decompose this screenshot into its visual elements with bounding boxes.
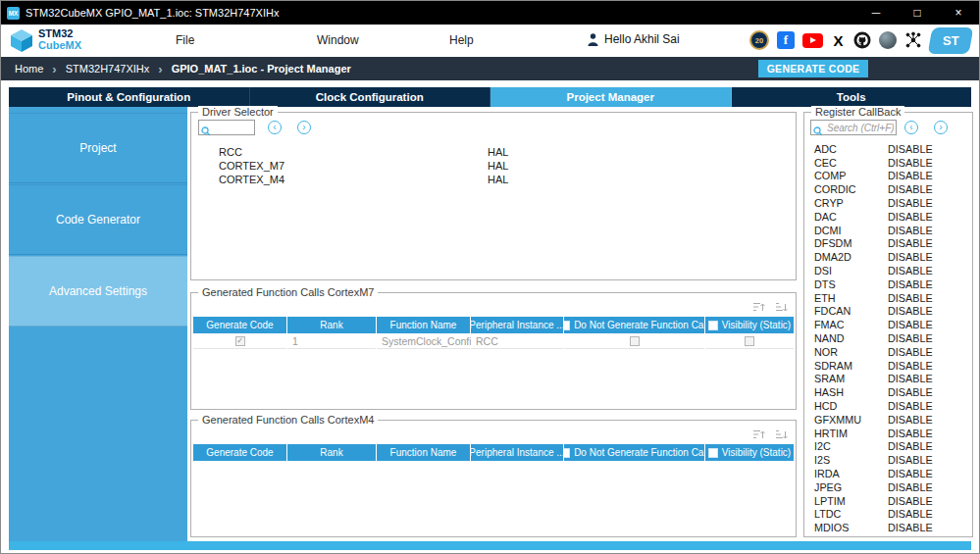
sidebar-item-advanced-settings[interactable]: Advanced Settings bbox=[9, 256, 187, 327]
tab-project-manager[interactable]: Project Manager bbox=[490, 87, 732, 107]
nav-next-icon[interactable]: › bbox=[934, 121, 948, 134]
sort-descending-icon[interactable] bbox=[775, 427, 788, 444]
menu-help[interactable]: Help bbox=[449, 33, 474, 47]
register-callback-row[interactable]: SDRAM DISABLE bbox=[805, 359, 971, 373]
col-visibility-static: Visibility (Static) bbox=[705, 444, 794, 461]
x-twitter-icon[interactable]: X bbox=[831, 32, 846, 49]
function-calls-m7-legend: Generated Function Calls CortexM7 bbox=[198, 286, 378, 298]
breadcrumb-mcu[interactable]: STM32H747XIHx bbox=[66, 63, 150, 75]
col-generate-code: Generate Code bbox=[193, 444, 286, 461]
menu-file[interactable]: File bbox=[176, 33, 194, 47]
peripheral-name: HRTIM bbox=[805, 428, 888, 439]
peripheral-name: HCD bbox=[805, 400, 888, 412]
sidebar-item-code-generator[interactable]: Code Generator bbox=[9, 184, 187, 255]
sort-ascending-icon[interactable] bbox=[752, 299, 765, 317]
register-callback-row[interactable]: LPTIM DISABLE bbox=[805, 494, 971, 508]
nav-previous-icon[interactable]: ‹ bbox=[268, 121, 282, 134]
callback-state: DISABLE bbox=[888, 386, 947, 398]
register-callback-row[interactable]: MDIOS DISABLE bbox=[805, 521, 971, 534]
driver-row[interactable]: CORTEX_M4 HAL bbox=[193, 173, 794, 186]
nav-next-icon[interactable]: › bbox=[297, 121, 311, 134]
sidebar: Project Code Generator Advanced Settings bbox=[9, 107, 187, 541]
anniversary-badge-icon[interactable]: 20 bbox=[749, 30, 769, 50]
peripheral-name: DMA2D bbox=[805, 251, 888, 263]
header-checkbox[interactable] bbox=[708, 321, 718, 330]
register-callback-row[interactable]: LTDC DISABLE bbox=[805, 508, 971, 522]
community-sphere-icon[interactable] bbox=[879, 31, 897, 49]
tab-tools[interactable]: Tools bbox=[732, 87, 972, 107]
youtube-icon[interactable] bbox=[802, 33, 823, 48]
register-callback-row[interactable]: DSI DISABLE bbox=[805, 264, 971, 277]
register-callback-row[interactable]: FDCAN DISABLE bbox=[805, 305, 971, 319]
register-callback-row[interactable]: CEC DISABLE bbox=[805, 156, 971, 170]
header-checkbox[interactable] bbox=[564, 448, 570, 458]
register-callback-row[interactable]: COMP DISABLE bbox=[805, 170, 971, 183]
header-checkbox[interactable] bbox=[564, 321, 570, 330]
facebook-icon[interactable]: f bbox=[777, 31, 795, 49]
tab-clock-configuration[interactable]: Clock Configuration bbox=[250, 87, 491, 107]
tab-pinout-configuration[interactable]: Pinout & Configuration bbox=[9, 87, 250, 107]
sort-descending-icon[interactable] bbox=[775, 299, 788, 317]
register-callback-row[interactable]: CRYP DISABLE bbox=[805, 196, 971, 210]
peripheral-name: ETH bbox=[805, 292, 888, 304]
register-callback-list: ADC DISABLE CEC DISABLE COMP DISABLE COR… bbox=[805, 142, 971, 534]
callback-state: DISABLE bbox=[888, 481, 947, 493]
register-callback-legend: Register CallBack bbox=[811, 106, 904, 118]
register-callback-row[interactable]: FMAC DISABLE bbox=[805, 318, 971, 331]
peripheral-name: FMAC bbox=[805, 319, 888, 330]
peripheral-name: ADC bbox=[805, 143, 888, 155]
st-logo[interactable]: ST bbox=[928, 27, 974, 54]
register-callback-row[interactable]: HRTIM DISABLE bbox=[805, 427, 971, 440]
callback-state: DISABLE bbox=[888, 251, 947, 263]
peripheral-name: CEC bbox=[805, 157, 888, 169]
driver-row[interactable]: CORTEX_M7 HAL bbox=[193, 159, 794, 173]
function-calls-m7-table: Generate Code Rank Function Name Periphe… bbox=[193, 317, 794, 349]
register-callback-search-input[interactable] bbox=[810, 120, 897, 135]
driver-row[interactable]: RCC HAL bbox=[193, 145, 794, 159]
register-callback-row[interactable]: I2C DISABLE bbox=[805, 440, 971, 454]
minimize-button[interactable]: ─ bbox=[855, 1, 897, 25]
register-callback-row[interactable]: JPEG DISABLE bbox=[805, 480, 971, 494]
breadcrumb-home[interactable]: Home bbox=[15, 63, 43, 75]
function-calls-m4-table: Generate Code Rank Function Name Periphe… bbox=[193, 444, 794, 461]
driver-type: HAL bbox=[488, 146, 794, 158]
register-callback-row[interactable]: HASH DISABLE bbox=[805, 385, 971, 399]
register-callback-row[interactable]: SRAM DISABLE bbox=[805, 373, 971, 386]
menu-window[interactable]: Window bbox=[317, 33, 359, 47]
register-callback-row[interactable]: NAND DISABLE bbox=[805, 331, 971, 345]
nav-previous-icon[interactable]: ‹ bbox=[904, 121, 918, 134]
register-callback-row[interactable]: DMA2D DISABLE bbox=[805, 250, 971, 264]
register-callback-row[interactable]: DAC DISABLE bbox=[805, 210, 971, 224]
sidebar-item-project[interactable]: Project bbox=[9, 113, 187, 183]
function-call-row[interactable]: ✓ 1 SystemClock_Config RCC bbox=[193, 333, 794, 349]
register-callback-row[interactable]: CORDIC DISABLE bbox=[805, 182, 971, 196]
social-links: 20 f X bbox=[749, 30, 922, 50]
network-hub-icon[interactable] bbox=[904, 31, 922, 49]
header-checkbox[interactable] bbox=[708, 448, 718, 458]
register-callback-row[interactable]: ADC DISABLE bbox=[805, 142, 971, 156]
do-not-generate-checkbox[interactable] bbox=[630, 336, 640, 346]
register-callback-row[interactable]: DFSDM DISABLE bbox=[805, 237, 971, 251]
register-callback-row[interactable]: DTS DISABLE bbox=[805, 277, 971, 291]
driver-selector-search-input[interactable] bbox=[198, 120, 255, 135]
register-callback-row[interactable]: I2S DISABLE bbox=[805, 453, 971, 467]
peripheral-name: LTDC bbox=[805, 508, 888, 520]
register-callback-row[interactable]: ETH DISABLE bbox=[805, 291, 971, 305]
generate-code-checkbox[interactable]: ✓ bbox=[235, 336, 245, 346]
register-callback-row[interactable]: DCMI DISABLE bbox=[805, 224, 971, 237]
user-greeting[interactable]: Hello Akhil Sai bbox=[588, 32, 680, 46]
peripheral-name: HASH bbox=[805, 386, 888, 398]
visibility-static-checkbox[interactable] bbox=[745, 336, 754, 346]
register-callback-row[interactable]: HCD DISABLE bbox=[805, 399, 971, 413]
register-callback-row[interactable]: IRDA DISABLE bbox=[805, 467, 971, 480]
register-callback-row[interactable]: NOR DISABLE bbox=[805, 345, 971, 359]
function-calls-m4-legend: Generated Function Calls CortexM4 bbox=[198, 414, 378, 426]
brand-cubemx: CubeMX bbox=[38, 40, 81, 52]
close-button[interactable]: × bbox=[938, 1, 979, 25]
github-icon[interactable] bbox=[853, 31, 871, 49]
generate-code-button[interactable]: GENERATE CODE bbox=[758, 60, 868, 77]
sort-ascending-icon[interactable] bbox=[752, 427, 765, 444]
maximize-button[interactable]: □ bbox=[897, 1, 938, 25]
callback-state: DISABLE bbox=[888, 292, 947, 304]
register-callback-row[interactable]: GFXMMU DISABLE bbox=[805, 413, 971, 427]
